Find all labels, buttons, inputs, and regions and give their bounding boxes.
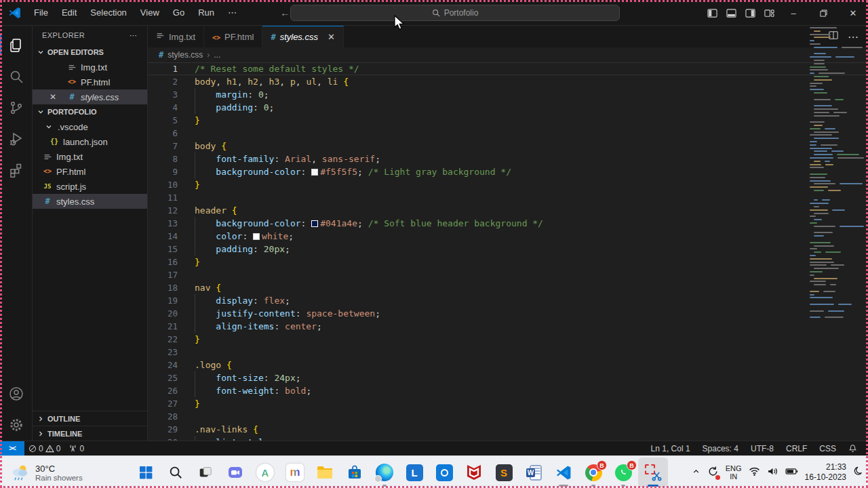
file-Img.txt[interactable]: Img.txt <box>33 149 147 164</box>
code-line-6[interactable]: 6 <box>148 127 868 140</box>
code-line-4[interactable]: 4 padding: 0; <box>148 101 868 114</box>
code-line-2[interactable]: 2body, h1, h2, h3, p, ul, li { <box>148 75 868 88</box>
wifi-icon[interactable] <box>749 466 760 479</box>
file-styles.css[interactable]: #styles.css <box>33 194 147 209</box>
code-line-7[interactable]: 7body { <box>148 140 868 152</box>
code-line-1[interactable]: 1/* Reset some default styles */ <box>148 62 868 75</box>
language-mode[interactable]: CSS <box>815 441 840 456</box>
menu-selection[interactable]: Selection <box>85 5 132 20</box>
code-line-3[interactable]: 3 margin: 0; <box>148 88 868 101</box>
taskbar-app-o-icon[interactable] <box>429 458 459 487</box>
close-tab-icon[interactable]: ✕ <box>328 32 335 42</box>
menu-more[interactable]: ⋯ <box>222 5 242 20</box>
code-line-23[interactable]: 23 <box>148 346 868 359</box>
menu-file[interactable]: File <box>28 5 54 20</box>
code-line-8[interactable]: 8 font-family: Arial, sans-serif; <box>148 152 868 165</box>
code-line-30[interactable]: 30 list-style: none; <box>148 436 868 441</box>
code-line-5[interactable]: 5} <box>148 114 868 127</box>
eol-sequence[interactable]: CRLF <box>782 441 811 456</box>
open-editor-PF.html[interactable]: <>PF.html <box>33 75 147 89</box>
customize-layout-icon[interactable] <box>760 0 778 26</box>
code-line-27[interactable]: 27} <box>148 397 868 410</box>
command-center-search[interactable]: Portofolio <box>290 5 620 21</box>
file-PF.html[interactable]: <>PF.html <box>33 164 147 179</box>
toggle-panel-icon[interactable] <box>722 0 741 26</box>
menu-run[interactable]: Run <box>193 5 220 20</box>
code-line-20[interactable]: 20 justify-content: space-between; <box>148 307 868 320</box>
code-line-26[interactable]: 26 font-weight: bold; <box>148 384 868 397</box>
cursor-position[interactable]: Ln 1, Col 1 <box>647 441 694 456</box>
close-editor-icon[interactable]: ✕ <box>47 92 58 102</box>
restore-button[interactable] <box>808 0 838 26</box>
breadcrumb[interactable]: # styles.css › ... <box>148 47 868 62</box>
code-line-18[interactable]: 18nav { <box>148 281 868 294</box>
toggle-sidebar-icon[interactable] <box>703 0 722 26</box>
battery-icon[interactable] <box>785 466 798 479</box>
code-line-22[interactable]: 22} <box>148 333 868 346</box>
minimap[interactable] <box>808 27 864 323</box>
taskbar-app-a-icon[interactable]: A <box>250 458 280 487</box>
taskbar-chat-icon[interactable] <box>220 458 250 487</box>
taskbar-start-icon[interactable] <box>131 458 161 487</box>
open-editor-Img.txt[interactable]: Img.txt <box>33 60 147 75</box>
extensions-activity-icon[interactable] <box>0 155 33 186</box>
indentation[interactable]: Spaces: 4 <box>698 441 743 456</box>
taskbar-app-m-icon[interactable]: m <box>280 458 310 487</box>
language-indicator[interactable]: ENG IN <box>726 464 742 481</box>
problems-status[interactable]: 0 0 <box>24 441 64 456</box>
taskbar-word-icon[interactable]: W <box>519 458 549 487</box>
do-not-disturb-moon-icon[interactable] <box>853 466 864 479</box>
back-button[interactable]: ← <box>280 7 290 18</box>
run-debug-activity-icon[interactable] <box>0 123 33 155</box>
onedrive-sync-icon[interactable] <box>707 466 719 480</box>
explorer-activity-icon[interactable] <box>0 30 33 61</box>
taskbar-mcafee-icon[interactable] <box>459 458 489 487</box>
ports-status[interactable]: 0 <box>64 441 88 456</box>
file-script.js[interactable]: JSscript.js <box>33 179 147 194</box>
search-activity-icon[interactable] <box>0 61 33 92</box>
tab-PF.html[interactable]: <>PF.html <box>204 26 262 47</box>
tab-styles.css[interactable]: #styles.css✕ <box>262 26 343 47</box>
tray-chevron-up-icon[interactable] <box>692 466 701 479</box>
taskbar-chrome-icon[interactable]: B <box>578 458 608 487</box>
menu-view[interactable]: View <box>135 5 165 20</box>
volume-icon[interactable] <box>767 466 778 479</box>
code-line-10[interactable]: 10} <box>148 178 868 191</box>
open-editors-header[interactable]: OPEN EDITORS <box>33 45 147 60</box>
file-launch.json[interactable]: {}launch.json <box>33 134 147 149</box>
open-editor-styles.css[interactable]: ✕#styles.css <box>33 89 147 104</box>
code-line-19[interactable]: 19 display: flex; <box>148 294 868 307</box>
tab-Img.txt[interactable]: Img.txt <box>148 26 204 47</box>
taskbar-vscode-icon[interactable] <box>549 458 578 487</box>
menu-edit[interactable]: Edit <box>56 5 82 20</box>
notifications-bell-icon[interactable] <box>844 441 861 456</box>
menu-go[interactable]: Go <box>167 5 190 20</box>
code-line-15[interactable]: 15 padding: 20px; <box>148 243 868 256</box>
account-icon[interactable] <box>0 378 33 409</box>
taskbar-sublime-icon[interactable]: S <box>489 458 519 487</box>
timeline-section[interactable]: TIMELINE <box>33 426 147 441</box>
remote-indicator[interactable]: >< <box>0 441 24 456</box>
folder-root-header[interactable]: PORTOFOLIO <box>33 104 147 119</box>
weather-widget[interactable]: 30°C Rain showers <box>5 459 87 486</box>
code-line-24[interactable]: 24.logo { <box>148 359 868 371</box>
close-window-button[interactable]: ✕ <box>838 0 868 26</box>
taskbar-task-view-icon[interactable] <box>191 458 220 487</box>
code-line-16[interactable]: 16} <box>148 256 868 268</box>
code-line-29[interactable]: 29.nav-links { <box>148 423 868 436</box>
folder-.vscode[interactable]: .vscode <box>33 119 147 134</box>
encoding[interactable]: UTF-8 <box>747 441 778 456</box>
settings-gear-icon[interactable] <box>0 409 33 441</box>
code-line-14[interactable]: 14 color: white; <box>148 230 868 243</box>
code-line-25[interactable]: 25 font-size: 24px; <box>148 371 868 384</box>
code-editor[interactable]: 1/* Reset some default styles */2body, h… <box>148 62 868 441</box>
code-line-17[interactable]: 17 <box>148 268 868 281</box>
taskbar-file-explorer-icon[interactable] <box>310 458 340 487</box>
taskbar-whatsapp-icon[interactable]: B <box>608 458 638 487</box>
code-line-12[interactable]: 12header { <box>148 204 868 217</box>
toggle-secondary-sidebar-icon[interactable] <box>741 0 760 26</box>
explorer-more-actions[interactable]: ⋯ <box>130 31 138 40</box>
code-line-11[interactable]: 11 <box>148 191 868 204</box>
code-line-28[interactable]: 28 <box>148 410 868 423</box>
taskbar-store-icon[interactable] <box>340 458 370 487</box>
